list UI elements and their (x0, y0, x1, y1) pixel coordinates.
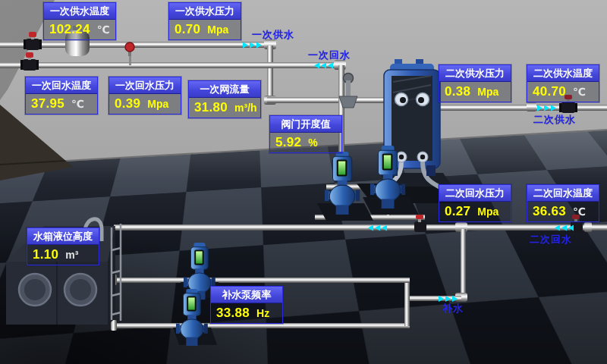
meter-unit: m³/h (234, 102, 257, 114)
meter-primary-supply-temp[interactable]: 一次供水温度 102.24℃ (43, 2, 116, 40)
meter-unit: m³ (65, 249, 78, 261)
pipe-tag-secondary-return: 二次回水 (530, 233, 572, 246)
meter-makeup-pump-freq[interactable]: 补水泵频率 33.88Hz (210, 286, 283, 324)
shutoff-valve-primary-return[interactable] (20, 52, 39, 71)
meter-valve-opening[interactable]: 阀门开度值 5.92% (269, 115, 342, 153)
meter-unit: ℃ (573, 206, 586, 218)
pipe-tag-primary-return: 一次回水 (308, 49, 351, 62)
meter-title: 补水泵频率 (211, 287, 282, 303)
meter-title: 一次供水温度 (44, 3, 115, 20)
secondary-return-pipe (114, 222, 607, 232)
meter-secondary-supply-pressure[interactable]: 二次供水压力 0.38Mpa (439, 64, 511, 102)
meter-value: 102.24 (49, 22, 90, 37)
meter-unit: ℃ (71, 98, 84, 110)
meter-value: 5.92 (275, 135, 301, 150)
meter-unit: Mpa (477, 86, 498, 98)
meter-value: 0.70 (175, 22, 200, 37)
meter-title: 阀门开度值 (270, 116, 341, 133)
meter-title: 一次供水压力 (169, 3, 241, 20)
meter-primary-supply-pressure[interactable]: 一次供水压力 0.70Mpa (168, 2, 241, 40)
pressure-gauge-icon (125, 42, 134, 56)
meter-tank-level[interactable]: 水箱液位高度 1.10m³ (27, 228, 99, 265)
makeup-water-pipe (404, 229, 467, 302)
meter-value: 31.80 (194, 100, 228, 115)
pipe-tag-makeup-water: 补水 (442, 302, 464, 315)
meter-unit: % (308, 136, 317, 149)
hmi-heating-station-screen: 一次供水温度 102.24℃ 一次供水压力 0.70Mpa 一次回水温度 37.… (0, 0, 607, 364)
meter-value: 33.88 (216, 306, 250, 321)
meter-unit: ℃ (573, 86, 586, 98)
meter-title: 一次回水压力 (109, 77, 181, 94)
meter-secondary-supply-temp[interactable]: 二次供水温度 40.70℃ (527, 64, 599, 102)
meter-title: 二次回水压力 (439, 185, 511, 202)
meter-value: 0.39 (115, 96, 140, 111)
meter-unit: ℃ (97, 24, 110, 36)
meter-primary-flow[interactable]: 一次网流量 31.80m³/h (188, 80, 261, 118)
meter-title: 二次回水温度 (527, 185, 599, 202)
meter-unit: Hz (256, 307, 269, 319)
meter-value: 37.95 (31, 96, 64, 111)
meter-unit: Mpa (477, 206, 498, 218)
meter-primary-return-temp[interactable]: 一次回水温度 37.95℃ (25, 77, 98, 115)
shutoff-valve-primary-supply[interactable] (24, 32, 42, 50)
meter-unit: Mpa (207, 24, 228, 36)
meter-value: 0.38 (445, 84, 470, 99)
meter-secondary-return-pressure[interactable]: 二次回水压力 0.27Mpa (439, 184, 511, 222)
meter-value: 36.63 (533, 204, 566, 219)
meter-primary-return-pressure[interactable]: 一次回水压力 0.39Mpa (109, 77, 181, 115)
piping-scene (0, 0, 607, 364)
meter-title: 二次供水压力 (439, 65, 511, 82)
meter-value: 0.27 (445, 204, 470, 219)
meter-unit: Mpa (147, 98, 168, 110)
pipe-tag-secondary-supply: 二次供水 (533, 113, 576, 127)
meter-title: 二次供水温度 (527, 65, 599, 82)
meter-title: 水箱液位高度 (27, 228, 99, 245)
pipe-tag-primary-supply: 一次供水 (252, 28, 294, 42)
secondary-supply-pipe (429, 102, 607, 112)
meter-title: 一次回水温度 (26, 77, 97, 94)
meter-secondary-return-temp[interactable]: 二次回水温度 36.63℃ (527, 184, 599, 222)
meter-value: 1.10 (33, 247, 58, 262)
meter-value: 40.70 (533, 84, 566, 99)
meter-title: 一次网流量 (189, 81, 260, 98)
